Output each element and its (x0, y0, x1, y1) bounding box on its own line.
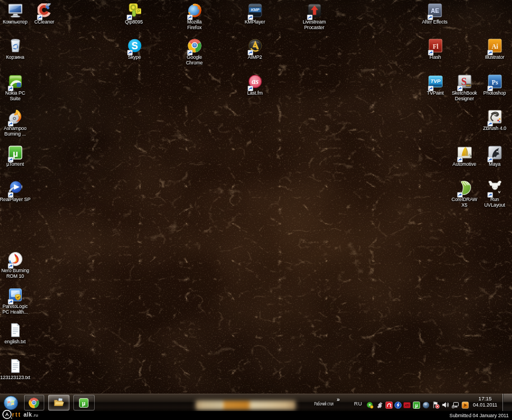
desktop-icon-livestream-procaster[interactable]: LivestreamProcaster (296, 3, 332, 31)
desktop-icon-label: Flash (417, 54, 453, 60)
shortcut-arrow-icon (427, 12, 433, 18)
shortcut-arrow-icon (8, 190, 13, 195)
clock-time: 17:15 (468, 395, 502, 402)
show-desktop-button[interactable] (502, 394, 512, 411)
shortcut-arrow-icon (248, 83, 253, 89)
watermark-part1: rtt (12, 412, 22, 418)
svg-text:KMP: KMP (250, 8, 259, 12)
desktop-icon-label: Nokia PCSuite (0, 90, 33, 102)
language-indicator[interactable]: RU (354, 400, 362, 407)
coreldraw-icon (458, 181, 472, 195)
desktop-icon-english-txt[interactable]: english.txt (0, 323, 33, 344)
shortcut-arrow-icon (187, 48, 193, 53)
txt-icon (8, 323, 22, 337)
shortcut-arrow-icon (8, 155, 13, 160)
desktop-icon-illustrator[interactable]: Ai Illustrator (477, 39, 512, 60)
ashampoo-icon (8, 110, 22, 124)
desktop-icon-zbrush[interactable]: ZBrush 4.0 (477, 110, 512, 131)
svg-text:P: P (137, 9, 140, 14)
toolbar-overflow-chevron[interactable]: » (337, 396, 340, 403)
desktop-icon-recycle-bin[interactable]: Корзина (0, 39, 33, 60)
desktop-icon-label: Nero BurningROM 10 (0, 268, 33, 279)
network-icon[interactable] (452, 401, 459, 408)
desktop-icon-label: Photoshop (477, 90, 512, 96)
shortcut-arrow-icon (127, 48, 133, 53)
media-player-icon[interactable] (462, 401, 469, 408)
paretologic-icon (8, 288, 22, 302)
shortcut-arrow-icon (8, 83, 13, 89)
desktop-icon-photoshop[interactable]: Ps Photoshop (477, 74, 512, 96)
desktop-icon-after-effects[interactable]: AE After Effects (417, 3, 453, 25)
sketchbook-icon: S SBD (458, 74, 472, 88)
desktop-icon-kmplayer[interactable]: KMP KMPlayer (237, 3, 273, 25)
maya-icon (488, 146, 502, 160)
firefox-icon (188, 3, 202, 17)
illustrator-icon: Ai (488, 39, 502, 53)
desktop-icon-ccleaner[interactable]: CCleaner (26, 3, 62, 25)
desktop-icon-google-chrome[interactable]: GoogleChrome (176, 39, 212, 66)
desktop-icon-ashampoo-burning[interactable]: AshampooBurning ... (0, 110, 33, 137)
desktop-icon-label: Illustrator (477, 54, 512, 60)
desktop-icon-aimp2[interactable]: AIMP2 (237, 39, 273, 60)
watermark-letter: A (5, 412, 9, 417)
desktop-icon-maya[interactable]: Maya (477, 146, 512, 167)
shortcut-arrow-icon (8, 297, 13, 302)
desktop-icon-label: Maya (477, 161, 512, 167)
clock-date: 04.01.2011 (468, 402, 502, 408)
blurred-taskbar-item[interactable] (196, 401, 295, 409)
taskbar: µ Рабочий стол » RU ATIµ 17:15 04.01.201… (0, 394, 512, 411)
ccleaner-icon (38, 3, 52, 17)
desktop-icon-qip8095[interactable]: P Qip8095 (116, 3, 152, 25)
svg-text:ATI: ATI (404, 404, 410, 407)
utorrent-icon: µ (8, 146, 22, 160)
shortcut-arrow-icon (487, 83, 493, 89)
desktop-toolbar-label[interactable]: Рабочий стол (314, 401, 334, 407)
caption-strip: Submitted 04 January 2011 (0, 411, 512, 420)
aftereffects-icon: AE (428, 3, 442, 17)
desktop-wallpaper (0, 0, 512, 412)
ati-icon[interactable]: ATI (403, 401, 411, 408)
shortcut-arrow-icon (8, 261, 13, 267)
taskbar-button-utorrent[interactable]: µ (73, 395, 95, 410)
desktop-icon-realplayer-sp[interactable]: RealPlayer SP (0, 181, 33, 202)
desktop-icon-123123123-txt[interactable]: 123123123.txt (0, 359, 33, 380)
lightning-icon[interactable] (394, 401, 402, 408)
taskbar-clock[interactable]: 17:15 04.01.2011 (468, 395, 502, 408)
desktop-icon-flash[interactable]: Fl Flash (417, 39, 453, 60)
desktop-icon-label: AshampooBurning ... (0, 125, 33, 137)
green-disc-icon[interactable] (366, 401, 374, 408)
shortcut-arrow-icon (457, 83, 463, 89)
volume-icon[interactable] (441, 401, 449, 408)
avira-icon[interactable] (385, 401, 393, 408)
svg-text:µ: µ (12, 148, 18, 159)
shortcut-arrow-icon (487, 48, 493, 53)
shortcut-arrow-icon (457, 190, 463, 195)
desktop-icon-utorrent[interactable]: µ µTorrent (0, 146, 33, 167)
desktop-icon-label: english.txt (0, 339, 33, 344)
device-icon[interactable] (376, 401, 383, 408)
desktop-icon-skype[interactable]: S Skype (117, 39, 152, 60)
desktop-icon-label: MozillaFirefox (176, 19, 212, 31)
desktop-icon-label: RunUVLayout (477, 197, 512, 208)
desktop-icon-paretologic-pc-health[interactable]: ParetoLogicPC Health... (0, 288, 33, 315)
desktop-icon-run-uvlayout[interactable]: v RunUVLayout (477, 181, 512, 208)
photoshop-icon: Ps (488, 74, 502, 88)
desktop-icon-label: ZBrush 4.0 (477, 125, 512, 131)
submitted-caption: Submitted 04 January 2011 (449, 413, 509, 418)
utorrent-task-icon: µ (78, 398, 89, 408)
desktop-icon-label: LivestreamProcaster (296, 19, 332, 31)
uvlayout-icon: v (488, 181, 502, 195)
shortcut-arrow-icon (37, 12, 43, 18)
shortcut-arrow-icon (457, 155, 463, 160)
watermark-part3: .ru (32, 413, 38, 418)
desktop-icon-lastfm[interactable]: as Last.fm (237, 74, 273, 96)
chrome-icon (188, 39, 202, 53)
action-center-flag-icon[interactable] (432, 401, 439, 408)
globe-icon[interactable] (422, 401, 430, 408)
desktop-icon-nero-burning-rom[interactable]: Nero BurningROM 10 (0, 252, 33, 279)
desktop-icon-mozilla-firefox[interactable]: MozillaFirefox (176, 3, 212, 31)
watermark-part2: alk (24, 412, 32, 418)
utorrent-tray-icon[interactable]: µ (413, 401, 420, 408)
desktop-icon-label: RealPlayer SP (0, 197, 33, 202)
desktop-icon-nokia-pc-suite[interactable]: Nokia PCSuite (0, 74, 33, 102)
